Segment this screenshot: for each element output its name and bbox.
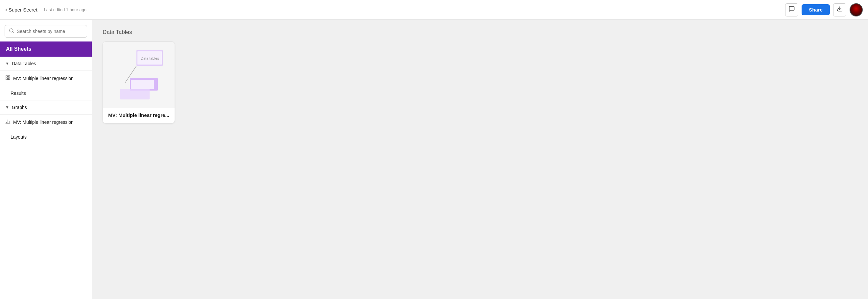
sidebar-item-mv-regression-graph[interactable]: MV: Multiple linear regression	[0, 115, 92, 130]
last-edited-text: Last edited 1 hour ago	[44, 7, 87, 12]
svg-rect-17	[131, 80, 154, 89]
svg-text:Data tables: Data tables	[141, 56, 159, 60]
graphs-label: Graphs	[12, 105, 27, 110]
back-chevron-icon: ‹	[5, 6, 7, 13]
header-actions: Share	[785, 3, 863, 17]
graphs-group-header[interactable]: ▼ Graphs	[0, 101, 92, 115]
avatar[interactable]	[849, 3, 863, 17]
sidebar-item-results[interactable]: Results	[0, 86, 92, 101]
cards-grid: Data tables MV: Multiple linear regre...	[102, 42, 858, 124]
search-input[interactable]	[17, 29, 83, 34]
mv-regression-table-label: MV: Multiple linear regression	[13, 76, 74, 81]
search-box	[5, 25, 87, 37]
data-tables-label: Data Tables	[12, 61, 36, 66]
back-button[interactable]: ‹ Super Secret	[5, 6, 37, 13]
all-sheets-button[interactable]: All Sheets	[0, 42, 92, 57]
card-title: MV: Multiple linear regre...	[103, 108, 175, 118]
card-preview: Data tables	[103, 42, 175, 108]
layouts-label: Layouts	[10, 134, 27, 140]
data-tables-section: ▼ Data Tables MV: Multiple linear regres…	[0, 57, 92, 101]
sidebar-item-layouts[interactable]: Layouts	[0, 130, 92, 144]
sidebar-item-mv-regression-table[interactable]: MV: Multiple linear regression	[0, 71, 92, 86]
data-tables-group-header[interactable]: ▼ Data Tables	[0, 57, 92, 71]
project-title: Super Secret	[8, 7, 37, 12]
main-layout: All Sheets ▼ Data Tables MV: Multiple li…	[0, 20, 868, 299]
graphs-section: ▼ Graphs MV: Multiple linear regression …	[0, 101, 92, 144]
share-button[interactable]: Share	[802, 4, 830, 15]
download-button[interactable]	[833, 3, 846, 17]
download-icon	[837, 6, 843, 13]
svg-rect-6	[8, 78, 10, 80]
svg-rect-3	[6, 76, 7, 77]
chevron-down-icon: ▼	[5, 61, 9, 66]
svg-rect-5	[6, 78, 7, 80]
search-wrapper	[0, 20, 92, 42]
section-title: Data Tables	[102, 29, 858, 35]
sheet-card-mv-regression[interactable]: Data tables MV: Multiple linear regre...	[102, 42, 175, 124]
grid-icon	[5, 75, 10, 82]
svg-rect-4	[8, 76, 10, 77]
preview-svg: Data tables	[112, 47, 166, 103]
sidebar: All Sheets ▼ Data Tables MV: Multiple li…	[0, 20, 92, 299]
comment-button[interactable]	[785, 3, 798, 17]
results-label: Results	[10, 90, 26, 96]
header: ‹ Super Secret Last edited 1 hour ago Sh…	[0, 0, 868, 20]
mv-regression-graph-label: MV: Multiple linear regression	[13, 119, 74, 125]
chevron-down-icon-graphs: ▼	[5, 105, 9, 110]
svg-line-2	[12, 32, 13, 33]
chart-icon	[5, 119, 10, 126]
svg-rect-18	[120, 89, 150, 100]
search-icon	[9, 28, 14, 34]
comment-icon	[788, 6, 795, 14]
content-area: Data Tables Data tables	[92, 20, 868, 299]
